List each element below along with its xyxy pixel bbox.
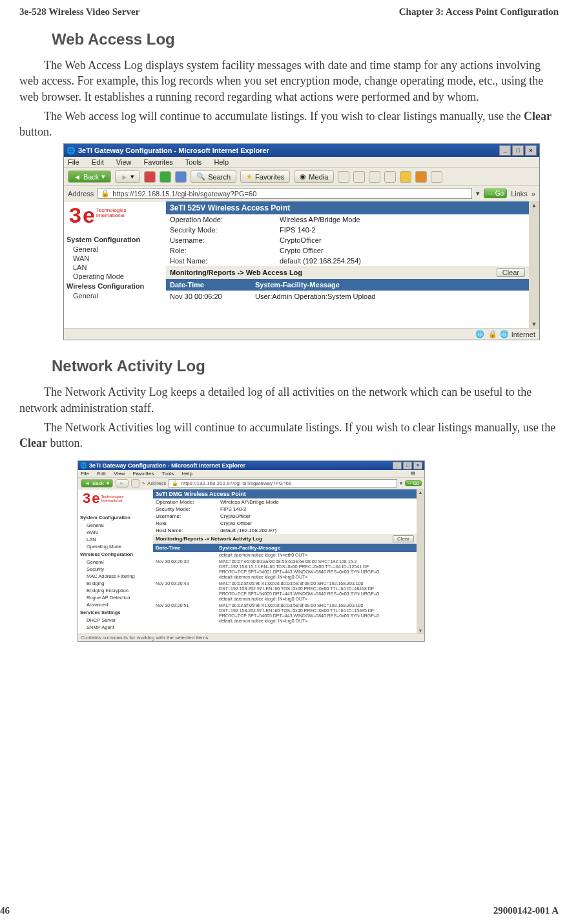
scroll-down-icon[interactable]: ▼ [418,628,424,633]
vertical-scrollbar[interactable]: ▲▼ [417,489,424,634]
forward-button[interactable]: ►▾ [115,170,140,183]
toolbar-chevron-icon[interactable]: » [142,480,145,486]
address-dropdown-icon[interactable]: ▾ [400,480,402,486]
close-button[interactable]: × [525,145,537,156]
para-network-2: The Network Activities log will continue… [19,420,559,451]
messenger-icon[interactable] [415,171,427,183]
zone-text: Internet [511,331,535,338]
minimize-button[interactable]: _ [499,145,511,156]
table-row: Nov 30 02:20:30MAC=00:07:e5:00:00:aa:00:… [153,559,417,580]
main-pane: 3eTI DMG Wireless Access Point Operation… [153,489,417,634]
close-button[interactable]: × [413,462,422,469]
links-chevron-icon[interactable]: » [532,190,535,198]
url-text: https://192.168.15.1/cgi-bin/sgateway?PG… [112,190,256,198]
kv-row: Security Mode:FIPS 140-2 [153,506,417,513]
extra-icon[interactable] [431,171,442,183]
menu-file[interactable]: File [81,471,89,477]
discuss-icon[interactable] [400,171,411,183]
stop-icon[interactable] [131,479,139,488]
go-button[interactable]: → Go [405,480,422,486]
nav-item[interactable]: SNMP Agent [80,624,151,631]
nav-item[interactable]: LAN [80,536,151,543]
nav-item[interactable]: WAN [80,529,151,536]
ie-small-icon: 🌐 [475,330,484,338]
nav-item[interactable]: MAC Address Filtering [80,573,151,580]
ie-logo-icon: ⊞ [411,471,415,477]
back-button[interactable]: ◄Back▾ [81,479,113,488]
table-row: Nov 30 02:20:43MAC=00:02:8f:05:9b:41:00:… [153,580,417,602]
vertical-scrollbar[interactable]: ▲▼ [529,201,539,328]
menu-favorites[interactable]: Favorites [133,471,154,477]
para2b-post: button. [47,436,83,449]
search-button[interactable]: 🔍Search [191,170,236,183]
forward-button[interactable]: ► [116,479,129,488]
address-label: Address [147,480,166,486]
nav-heading-system: System Configuration [67,234,163,245]
nav-item[interactable]: Bridging Encryption [80,587,151,594]
back-button[interactable]: ◄Back▾ [68,170,111,183]
para2-pre: The Web access log will continue to accu… [44,110,524,123]
scroll-up-icon[interactable]: ▲ [531,201,538,209]
menu-view[interactable]: View [114,471,125,477]
nav-item[interactable]: General [80,559,151,566]
menu-view[interactable]: View [116,158,132,166]
kv-val: CryptoOfficer [280,236,322,244]
minimize-button[interactable]: _ [393,462,402,469]
clear-button[interactable]: Clear [393,535,414,542]
menu-file[interactable]: File [68,158,79,166]
menu-edit[interactable]: Edit [97,471,106,477]
menu-help[interactable]: Help [182,471,192,477]
menu-favorites[interactable]: Favorites [144,158,173,166]
nav-item[interactable]: Security [80,566,151,573]
refresh-icon[interactable] [160,171,171,183]
nav-item-general[interactable]: General [67,245,163,254]
nav-heading-wireless: Wireless Configuration [67,281,163,291]
menu-help[interactable]: Help [214,158,229,166]
favorites-button[interactable]: ★Favorites [240,170,290,183]
screenshot-network-activity-log: 🌐 3eTI Gateway Configuration - Microsoft… [77,460,425,642]
clear-button[interactable]: Clear [497,268,525,277]
maximize-button[interactable]: □ [403,462,412,469]
logo-3e: 3e Technologies International [69,205,163,225]
go-button[interactable]: → Go [484,189,507,198]
address-dropdown-icon[interactable]: ▾ [476,189,480,198]
kv-val: Wireless AP/Bridge Mode [280,216,360,223]
stop-icon[interactable] [144,171,156,183]
kv-row: Role:Crypto Officer [153,520,417,527]
nav-item[interactable]: Operating Mode [80,543,151,550]
logo-3: 3 [83,492,90,505]
main-pane: 3eTI 525V Wireless Access Point Operatio… [166,201,529,328]
scroll-up-icon[interactable]: ▲ [418,489,424,495]
print-icon[interactable] [369,171,380,183]
nav-item-opmode[interactable]: Operating Mode [67,272,163,281]
address-input[interactable]: 🔒https://192.168.15.1/cgi-bin/sgateway?P… [98,188,472,199]
address-input[interactable]: 🔒https://192.168.202.97/cgi-bin/sgateway… [169,479,397,488]
media-button[interactable]: ◉Media [294,170,334,183]
nav-item[interactable]: General [80,522,151,529]
maximize-button[interactable]: □ [512,145,524,156]
mail-icon[interactable] [353,171,365,183]
kv-row: Username:CryptoOfficer [166,235,529,245]
scroll-down-icon[interactable]: ▼ [531,320,538,328]
nav-item-wireless-general[interactable]: General [67,291,163,300]
links-label[interactable]: Links [511,190,528,198]
home-icon[interactable] [175,171,187,183]
nav-item[interactable]: Rogue AP Detection [80,594,151,601]
kv-key: Role: [170,247,280,254]
nav-item[interactable]: DHCP Server [80,617,151,624]
history-icon[interactable] [338,171,349,183]
edit-icon[interactable] [384,171,396,183]
url-text: https://192.168.202.97/cgi-bin/sgateway?… [181,480,291,486]
nav-item-wan[interactable]: WAN [67,254,163,263]
nav-item[interactable]: Advanced [80,601,151,608]
kv-key: Operation Mode: [170,216,280,223]
menubar: File Edit View Favorites Tools Help ⊞ [78,470,424,477]
menu-edit[interactable]: Edit [92,158,104,166]
menu-tools[interactable]: Tools [162,471,174,477]
para2-post: button. [19,125,52,138]
menu-tools[interactable]: Tools [185,158,202,166]
nav-item[interactable]: Bridging [80,580,151,587]
page-icon: 🔒 [172,480,178,486]
nav-item-lan[interactable]: LAN [67,263,163,272]
nav-heading-wireless: Wireless Configuration [80,550,151,559]
